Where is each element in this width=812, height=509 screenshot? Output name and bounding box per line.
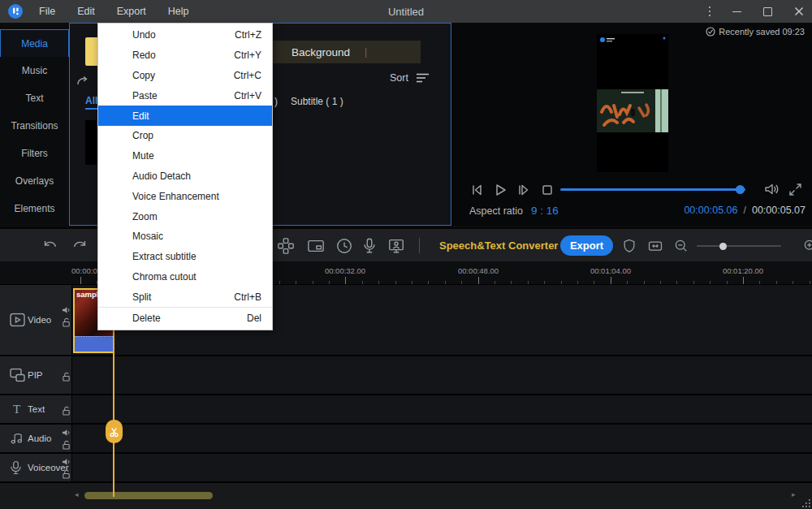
sidebar-item-text[interactable]: Text (0, 84, 69, 112)
track-pip-label: PIP (28, 370, 43, 380)
split-clips-icon[interactable] (276, 236, 296, 256)
menu-item-mute[interactable]: Mute (98, 146, 272, 166)
maximize-button[interactable] (760, 5, 775, 19)
track-lock-icon[interactable] (62, 440, 71, 450)
scroll-right-arrow[interactable]: ▸ (792, 490, 796, 498)
track-voiceover[interactable]: Voiceover (0, 454, 812, 483)
timeline-zoom-slider[interactable] (697, 245, 781, 247)
menu-item-extract-subtitle[interactable]: Extract subtitle (98, 247, 272, 267)
ruler-tick (378, 281, 379, 284)
menu-item-audio-detach[interactable]: Audio Detach (98, 166, 272, 187)
menu-item-split[interactable]: SplitCtrl+B (98, 287, 272, 307)
video-editor-window: File Edit Export Help Untitled Media Mus… (0, 0, 812, 509)
menu-item-crop[interactable]: Crop (98, 126, 272, 146)
fullscreen-icon[interactable] (788, 183, 802, 196)
track-lock-icon[interactable] (62, 372, 71, 382)
redo-icon[interactable] (70, 236, 89, 256)
media-filter-subtitle[interactable]: Subtitle ( 1 ) (291, 96, 343, 107)
track-mute-icon[interactable] (62, 458, 71, 466)
sidebar-item-transitions[interactable]: Transitions (0, 112, 69, 140)
preview-progress-slider[interactable] (560, 188, 745, 191)
pip-track-icon (10, 369, 25, 382)
sort-control[interactable]: Sort (390, 72, 430, 84)
timeline-zoom-knob[interactable] (719, 243, 727, 250)
record-voiceover-icon[interactable] (360, 236, 379, 256)
progress-knob[interactable] (736, 185, 745, 194)
playhead-scissors-handle[interactable] (106, 420, 123, 443)
canvas-crop-icon[interactable] (306, 236, 326, 256)
video-track-controls (62, 306, 71, 327)
menu-item-delete[interactable]: DeleteDel (98, 308, 272, 328)
minimize-button[interactable] (729, 9, 745, 15)
ruler-tick (727, 281, 728, 284)
sidebar-item-filters[interactable]: Filters (0, 140, 69, 167)
shield-icon[interactable] (620, 236, 639, 256)
menu-item-redo[interactable]: RedoCtrl+Y (98, 45, 272, 66)
duration-clock-icon[interactable] (335, 236, 354, 256)
video-preview-frame[interactable] (597, 34, 668, 172)
tab-background[interactable]: Background | (273, 41, 421, 63)
track-pip[interactable]: PIP (0, 356, 812, 395)
menu-item-chroma-cutout[interactable]: Chroma cutout (98, 267, 272, 287)
track-lock-icon[interactable] (62, 469, 71, 479)
ruler-label-start: 00:00:0 (71, 266, 97, 275)
more-menu-icon[interactable] (706, 4, 715, 19)
resize-grip-icon[interactable] (801, 498, 811, 508)
track-lock-icon[interactable] (62, 317, 71, 327)
time-separator: / (743, 205, 745, 216)
sidebar-item-elements[interactable]: Elements (0, 195, 69, 222)
menu-item-mosaic[interactable]: Mosaic (98, 226, 272, 247)
ruler-tick (495, 281, 495, 284)
menu-item-undo[interactable]: UndoCtrl+Z (98, 25, 272, 45)
audio-track-controls (62, 429, 71, 450)
sidebar-item-media[interactable]: Media (0, 29, 69, 57)
ruler-tick (660, 281, 661, 284)
aspect-ratio-control[interactable]: Aspect ratio 9 : 16 (469, 205, 559, 217)
menu-export[interactable]: Export (117, 6, 146, 17)
fit-timeline-icon[interactable] (646, 236, 665, 256)
track-lock-icon[interactable] (62, 406, 71, 416)
ruler-tick (561, 281, 562, 284)
track-mute-icon[interactable] (62, 429, 71, 437)
ruler-label: 00:01:20.00 (723, 266, 763, 275)
voiceover-track-controls (62, 458, 71, 479)
scrollbar-thumb[interactable] (84, 492, 213, 499)
track-video-label: Video (28, 315, 51, 325)
menu-item-copy[interactable]: CopyCtrl+C (98, 66, 272, 86)
menu-file[interactable]: File (39, 6, 55, 17)
sidebar-item-overlays[interactable]: Overlays (0, 167, 69, 195)
next-frame-button[interactable] (515, 181, 533, 199)
sidebar-item-music[interactable]: Music (0, 57, 69, 84)
ruler-tick (776, 281, 777, 284)
text-track-controls (62, 406, 71, 416)
menu-item-label: Mosaic (132, 231, 163, 242)
menu-item-edit[interactable]: Edit (98, 106, 272, 126)
menu-item-voice-enhancement[interactable]: Voice Enhancement (98, 186, 272, 206)
import-icon[interactable] (76, 73, 90, 88)
speech-text-converter-link[interactable]: Speech&Text Converter (439, 239, 558, 252)
scroll-left-arrow[interactable]: ◂ (75, 490, 79, 498)
previous-frame-button[interactable] (468, 181, 486, 199)
menu-item-label: Delete (132, 313, 161, 324)
avatar-presenter-icon[interactable] (387, 236, 406, 256)
track-mute-icon[interactable] (62, 306, 71, 314)
close-button[interactable] (791, 4, 807, 19)
menu-item-zoom[interactable]: Zoom (98, 206, 272, 226)
zoom-out-icon[interactable] (672, 236, 691, 256)
play-button[interactable] (491, 181, 509, 199)
ruler-tick (594, 281, 594, 284)
menu-edit[interactable]: Edit (77, 6, 95, 17)
menu-help[interactable]: Help (168, 6, 189, 17)
menu-item-label: Mute (132, 150, 154, 162)
pip-track-controls (62, 372, 71, 382)
export-button[interactable]: Export (560, 235, 613, 256)
track-text[interactable]: T Text (0, 395, 812, 425)
current-time: 00:00:05.06 (684, 205, 737, 216)
stop-button[interactable] (538, 181, 556, 199)
media-filter-all[interactable]: All (85, 95, 97, 110)
menu-item-shortcut: Ctrl+Y (234, 50, 261, 61)
menu-item-paste[interactable]: PasteCtrl+V (98, 85, 272, 106)
zoom-in-icon[interactable] (801, 236, 812, 256)
undo-icon[interactable] (41, 236, 60, 256)
volume-icon[interactable] (763, 181, 780, 197)
